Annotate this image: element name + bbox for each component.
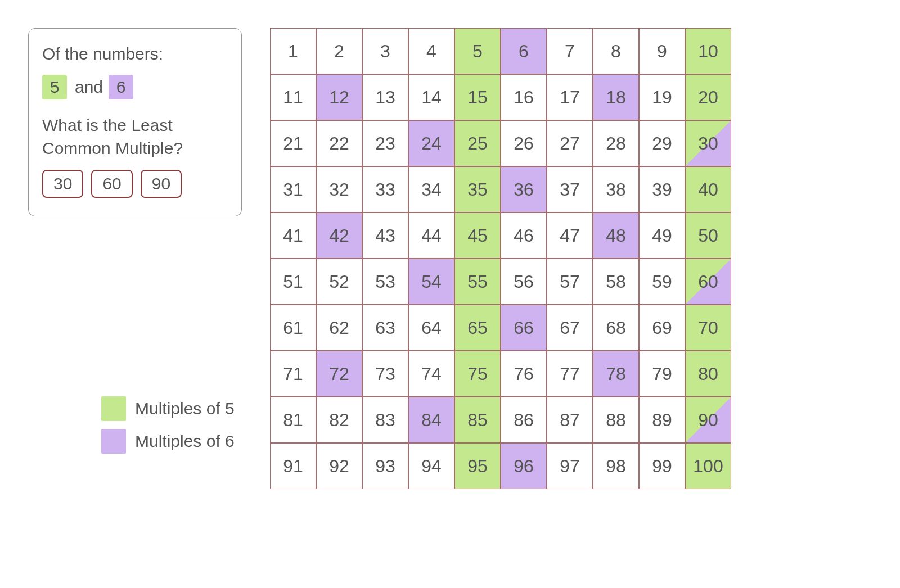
grid-cell-number: 87 — [560, 410, 580, 431]
grid-cell: 34 — [408, 166, 454, 212]
grid-cell-number: 14 — [421, 87, 442, 108]
grid-cell-number: 92 — [329, 456, 349, 477]
grid-cell-number: 13 — [375, 87, 395, 108]
grid-cell: 3 — [362, 28, 408, 74]
grid-cell: 67 — [547, 305, 593, 351]
grid-cell-number: 82 — [329, 410, 349, 431]
grid-cell: 9 — [639, 28, 685, 74]
grid-cell: 82 — [316, 397, 362, 443]
grid-cell: 93 — [362, 443, 408, 489]
and-text: and — [75, 78, 103, 97]
second-number-badge: 6 — [109, 75, 133, 99]
grid-cell-number: 19 — [652, 87, 672, 108]
grid-cell-number: 29 — [652, 133, 672, 154]
option-button-2[interactable]: 90 — [141, 170, 182, 198]
grid-cell: 10 — [685, 28, 731, 74]
grid-cell-number: 48 — [606, 225, 626, 246]
grid-cell-number: 96 — [514, 456, 534, 477]
grid-cell: 60 — [685, 259, 731, 305]
grid-cell-number: 31 — [283, 179, 303, 200]
grid-cell: 8 — [593, 28, 639, 74]
grid-cell-number: 55 — [467, 272, 488, 292]
grid-cell: 26 — [501, 120, 547, 166]
grid-cell: 27 — [547, 120, 593, 166]
grid-cell: 53 — [362, 259, 408, 305]
grid-cell-number: 5 — [472, 41, 483, 62]
grid-cell-number: 74 — [421, 364, 442, 385]
legend: Multiples of 5 Multiples of 6 — [101, 396, 242, 454]
question-line-1: What is the Least — [42, 116, 173, 134]
grid-cell-number: 52 — [329, 272, 349, 292]
legend-row-first: Multiples of 5 — [101, 396, 242, 421]
grid-cell-number: 99 — [652, 456, 672, 477]
grid-cell: 70 — [685, 305, 731, 351]
grid-cell-number: 84 — [421, 410, 442, 431]
grid-cell-number: 98 — [606, 456, 626, 477]
grid-cell-number: 22 — [329, 133, 349, 154]
grid-cell-number: 58 — [606, 272, 626, 292]
grid-cell-number: 90 — [698, 410, 718, 431]
grid-cell: 12 — [316, 74, 362, 120]
grid-cell-number: 26 — [514, 133, 534, 154]
grid-cell-number: 41 — [283, 225, 303, 246]
grid-cell: 39 — [639, 166, 685, 212]
grid-cell-number: 67 — [560, 318, 580, 338]
grid-cell-number: 95 — [467, 456, 488, 477]
answer-options: 30 60 90 — [42, 170, 228, 198]
grid-cell: 30 — [685, 120, 731, 166]
grid-cell: 83 — [362, 397, 408, 443]
grid-cell: 98 — [593, 443, 639, 489]
grid-cell-number: 35 — [467, 179, 488, 200]
grid-cell: 44 — [408, 212, 454, 259]
grid-cell-number: 94 — [421, 456, 442, 477]
grid-cell: 52 — [316, 259, 362, 305]
grid-cell-number: 25 — [467, 133, 488, 154]
option-button-1[interactable]: 60 — [91, 170, 132, 198]
grid-cell: 73 — [362, 351, 408, 397]
grid-cell: 29 — [639, 120, 685, 166]
grid-cell-number: 4 — [426, 41, 436, 62]
grid-cell-number: 71 — [283, 364, 303, 385]
grid-cell-number: 77 — [560, 364, 580, 385]
grid-cell: 7 — [547, 28, 593, 74]
grid-cell-number: 60 — [698, 272, 718, 292]
grid-cell-number: 23 — [375, 133, 395, 154]
grid-cell: 36 — [501, 166, 547, 212]
grid-cell: 88 — [593, 397, 639, 443]
grid-cell: 87 — [547, 397, 593, 443]
grid-cell: 91 — [270, 443, 316, 489]
grid-cell: 59 — [639, 259, 685, 305]
grid-cell: 1 — [270, 28, 316, 74]
grid-cell-number: 78 — [606, 364, 626, 385]
grid-cell-number: 8 — [611, 41, 621, 62]
grid-cell: 24 — [408, 120, 454, 166]
grid-cell-number: 62 — [329, 318, 349, 338]
grid-cell: 40 — [685, 166, 731, 212]
grid-cell-number: 47 — [560, 225, 580, 246]
grid-cell-number: 72 — [329, 364, 349, 385]
grid-cell: 92 — [316, 443, 362, 489]
grid-cell: 79 — [639, 351, 685, 397]
grid-cell-number: 86 — [514, 410, 534, 431]
grid-cell: 71 — [270, 351, 316, 397]
grid-cell: 76 — [501, 351, 547, 397]
grid-cell: 49 — [639, 212, 685, 259]
grid-cell-number: 76 — [514, 364, 534, 385]
legend-swatch-green — [101, 396, 126, 421]
grid-cell-number: 20 — [698, 87, 718, 108]
number-grid: 1234567891011121314151617181920212223242… — [270, 28, 731, 489]
grid-cell: 5 — [454, 28, 501, 74]
grid-cell: 45 — [454, 212, 501, 259]
grid-cell: 11 — [270, 74, 316, 120]
grid-cell-number: 40 — [698, 179, 718, 200]
grid-cell-number: 46 — [514, 225, 534, 246]
grid-cell-number: 1 — [288, 41, 298, 62]
option-button-0[interactable]: 30 — [42, 170, 83, 198]
grid-cell: 81 — [270, 397, 316, 443]
grid-cell-number: 44 — [421, 225, 442, 246]
grid-cell-number: 17 — [560, 87, 580, 108]
grid-cell: 20 — [685, 74, 731, 120]
grid-cell-number: 66 — [514, 318, 534, 338]
grid-cell: 96 — [501, 443, 547, 489]
grid-cell-number: 42 — [329, 225, 349, 246]
